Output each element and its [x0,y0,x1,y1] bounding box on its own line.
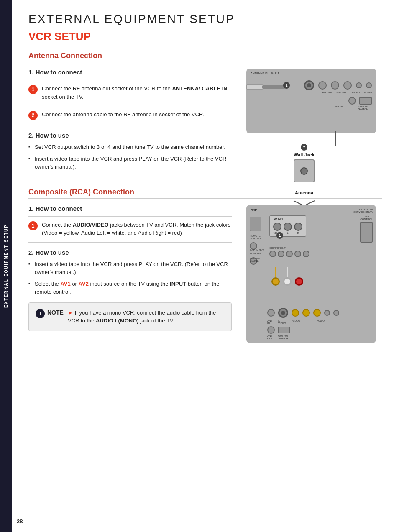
audio-in-label: AUDIO IN [250,252,262,255]
wall-jack-box [294,159,315,182]
comp-port-5 [303,251,309,257]
antenna-label: Antenna [295,190,313,195]
game-control-label: GAMECONTROL [360,215,372,220]
ant-in-text: ANT IN [334,105,343,108]
b-small-2 [333,310,339,316]
cable-entry [246,84,263,90]
speaker-label: PEAKERV1 (RΩ) [250,257,260,262]
antenna-connection-title: Antenna Connection [28,51,382,62]
audio-label-top: AUDIO [364,91,372,94]
composite-how-use: 2. How to use Insert a video tape into t… [28,249,232,296]
yellow-connector [271,277,280,286]
antenna-bullet-2: Insert a video tape into the VCR and pre… [28,155,232,171]
step-1-badge: 1 [28,85,38,94]
note-arrow: ► [68,309,73,316]
antenna-step-2: 2 Connect the antenna cable to the RF an… [28,110,232,120]
note-title: NOTE [47,309,64,316]
note-icon: i [36,309,45,318]
audio-r-port-col: R [294,223,302,234]
comp-port-4 [294,251,301,257]
composite-use-heading: 2. How to use [28,249,232,256]
badge-1-overlay: 1 [283,82,290,89]
audio-r-label: R [297,232,299,234]
bottom-bottom-labels: ANT OUT OUTPUTSWITCH [267,335,373,340]
port-5 [366,82,372,88]
port-3 [343,81,352,90]
connection-line-1 [335,131,336,146]
usb-port [250,217,261,231]
audio-r-port [294,223,302,231]
antenna-connection-section: Antenna Connection 1. How to connect 1 C… [28,51,382,177]
note-icon-wrapper: i NOTE [36,309,64,318]
antenna-step-2-text: Connect the antenna cable to the RF ante… [42,110,205,119]
composite-how-connect: 1. How to connect 1 Connect the AUDIO/VI… [28,205,232,243]
wall-jack-port [300,167,308,175]
step-2-badge: 2 [28,111,38,120]
comp-port-2 [278,251,284,257]
b-s-video: S-VIDEO [278,320,288,325]
comp-port-1 [269,251,276,257]
composite-bullet-2: Select the AV1 or AV2 input source on th… [28,280,232,296]
red-cable-line [299,267,299,277]
ant-out-label: ANT OUT [321,91,332,94]
component-ports [269,251,357,257]
s-video-label: S-VIDEO [336,91,346,94]
game-control-port [360,222,373,243]
bottom-top-labels: ANT IN S-VIDEO VIDEO AUDIO [267,320,373,325]
composite-use-bullets: Insert a video tape into the VCR and pre… [28,260,232,296]
video-port [273,223,281,231]
composite-connection-section: Composite (RCA) Connection 1. How to con… [28,188,382,343]
rs232-label: RS-232C IN(SERVICE ONLY) [353,208,373,213]
component-area: COMPONENT [269,247,357,257]
b-small-1 [324,310,330,316]
tv-panel-antenna: ANTENNA IN W.P 1 [246,69,376,148]
antenna-step-1-text: Connect the RF antenna out socket of the… [42,84,232,101]
rjp-label: RJP [251,208,257,212]
b-yellow-port [292,309,299,317]
b-ant-in: ANT IN [267,320,275,325]
red-cable [295,267,303,286]
badge-2: 2 [301,144,307,151]
b-port-1 [267,309,275,317]
composite-left-col: 1. How to connect 1 Connect the AUDIO/VI… [28,205,232,343]
sidebar-label: EXTERNAL EQUIPMENT SETUP [4,224,8,308]
port-gear-inner [307,83,311,87]
b-yellow-port-2 [302,309,310,317]
rca-cables [271,267,303,286]
cable-connector [262,85,285,89]
composite-step-1-text: Connect the AUDIO/VIDEO jacks between TV… [42,221,232,237]
antenna-how-connect: 1. How to connect 1 Connect the RF anten… [28,69,232,125]
antenna-how-use: 2. How to use Set VCR output switch to 3… [28,132,232,171]
port-gear [304,80,314,90]
note-text: ►If you have a mono VCR, connect the aud… [68,309,225,325]
composite-connect-heading: 1. How to connect [28,205,232,212]
composite-badge-1: 1 [276,232,283,239]
audio-l-label: L [287,232,288,234]
bottom-top-row [267,308,373,318]
composite-content-area: 1. How to connect 1 Connect the AUDIO/VI… [28,205,382,343]
port-2 [331,81,339,90]
white-cable [283,267,292,286]
b-output-label: OUTPUTSWITCH [278,335,289,340]
yellow-cable [271,267,280,286]
composite-step-1-badge: 1 [28,221,38,230]
b-ant-out-label: ANT OUT [267,335,275,340]
antenna-left-col: 1. How to connect 1 Connect the RF anten… [28,69,232,177]
output-switch-port [359,97,372,105]
composite-step-1: 1 Connect the AUDIO/VIDEO jacks between … [28,221,232,237]
wall-jack-container: 2 Wall Jack Antenna [292,144,317,212]
ant-in-port [348,97,356,105]
top-port-row [304,80,372,90]
antenna-use-bullets: Set VCR output switch to 3 or 4 and then… [28,143,232,171]
yellow-cable-line [275,267,276,277]
antenna-content-area: 1. How to connect 1 Connect the RF anten… [28,69,382,177]
note-box: i NOTE ►If you have a mono VCR, connect … [28,302,232,331]
wall-to-antenna-line [304,183,304,189]
page-title: EXTERNAL EQUIPMENT SETUP [28,13,382,26]
antenna-in-label: ANTENNA IN W.P 1 [251,72,279,75]
component-label: COMPONENT [269,247,357,249]
comp-port-3 [286,251,293,257]
wall-jack-label: Wall Jack [294,152,315,157]
sidebar: EXTERNAL EQUIPMENT SETUP [0,0,12,532]
audio-l-port-col: L [284,223,292,234]
